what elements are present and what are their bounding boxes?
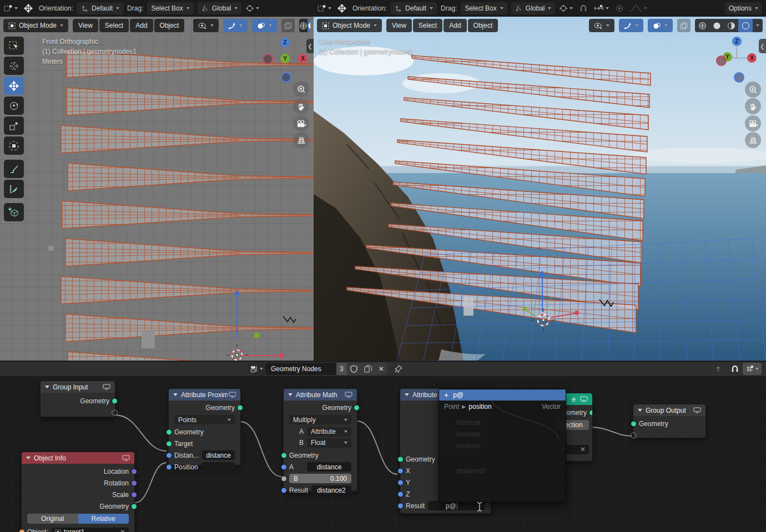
- socket-result-in[interactable]: [397, 503, 404, 509]
- new-datablock-icon[interactable]: [361, 363, 375, 375]
- ortho-toggle-gizmo[interactable]: [293, 132, 309, 148]
- mode-dropdown[interactable]: Object Mode: [3, 19, 68, 32]
- cursor-tool[interactable]: [4, 57, 24, 75]
- b-float-slider[interactable]: B0.100: [289, 474, 351, 483]
- axis-z-ball[interactable]: Z: [280, 38, 290, 47]
- select-box-tool[interactable]: [4, 37, 24, 55]
- shading-dropdown[interactable]: [753, 19, 763, 32]
- socket-z-in[interactable]: [397, 491, 404, 497]
- unlink-icon[interactable]: ✕: [375, 363, 387, 375]
- snap-magnet-icon[interactable]: [577, 2, 590, 14]
- socket-geometry-in[interactable]: [281, 452, 287, 458]
- axis-neg-z-ball[interactable]: [281, 72, 291, 83]
- socket-distance-in[interactable]: [166, 452, 172, 458]
- scale-tool[interactable]: [4, 116, 24, 135]
- axis-x-ball[interactable]: X: [298, 54, 308, 63]
- axis-x-ball[interactable]: X: [747, 53, 757, 63]
- distance-attr-field[interactable]: distance: [202, 450, 235, 460]
- falloff-curve-icon[interactable]: [630, 2, 647, 14]
- axis-neg-x-ball[interactable]: [263, 54, 273, 64]
- socket-position-in[interactable]: [166, 464, 172, 470]
- socket-virtual[interactable]: [631, 432, 637, 438]
- original-button[interactable]: Original: [27, 514, 78, 524]
- zoom-gizmo[interactable]: [745, 82, 761, 98]
- socket-geometry-out[interactable]: [354, 404, 360, 411]
- socket-vector-out[interactable]: [131, 492, 137, 498]
- shading-wireframe-icon[interactable]: [695, 19, 709, 32]
- snap-magnet-icon[interactable]: [728, 363, 742, 375]
- socket-geometry-in[interactable]: [631, 420, 637, 427]
- node-attribute-proximity[interactable]: Attribute Proximit Geometry Points Geome…: [168, 388, 241, 465]
- annotate-tool[interactable]: [4, 160, 24, 178]
- shading-material-icon[interactable]: [724, 19, 738, 32]
- fake-user-shield-icon[interactable]: [347, 363, 361, 375]
- move-tool-icon[interactable]: [22, 2, 35, 14]
- node-group-output[interactable]: Group Output Geometry: [633, 404, 706, 438]
- socket-geometry-out[interactable]: [112, 398, 118, 404]
- axis-y-ball[interactable]: Y: [280, 54, 290, 63]
- socket-virtual[interactable]: [112, 409, 118, 416]
- shading-rendered-icon[interactable]: [738, 19, 753, 32]
- overlays-dropdown[interactable]: [252, 19, 277, 32]
- clear-object-icon[interactable]: ✕: [580, 445, 586, 453]
- relative-button[interactable]: Relative: [78, 514, 129, 524]
- pivot-point-icon[interactable]: [245, 2, 259, 14]
- a-attr-field[interactable]: distance: [307, 462, 351, 472]
- transform-space-dropdown[interactable]: Global: [511, 2, 556, 14]
- socket-target-in[interactable]: [166, 440, 172, 447]
- move-tool-icon[interactable]: [335, 2, 349, 14]
- orientation-dropdown[interactable]: Default: [77, 2, 123, 14]
- node-canvas[interactable]: Group Input Geometry Object Info Locatio…: [0, 377, 766, 532]
- gizmo-dropdown[interactable]: [619, 19, 643, 32]
- zoom-gizmo[interactable]: [293, 81, 309, 97]
- orientation-dropdown[interactable]: Default: [391, 2, 437, 14]
- menu-object[interactable]: Object: [468, 19, 498, 32]
- node-attribute-math[interactable]: Attribute Math Geometry Multiply A Attri…: [283, 388, 357, 492]
- menu-select[interactable]: Select: [99, 19, 129, 32]
- node-object-info[interactable]: Object Info Location Rotation Scale Geom…: [21, 452, 135, 532]
- socket-a-in[interactable]: [281, 464, 287, 470]
- clear-object-icon[interactable]: ✕: [120, 528, 125, 532]
- menu-select[interactable]: Select: [413, 19, 442, 32]
- visibility-dropdown[interactable]: [193, 19, 219, 32]
- go-parent-tree-icon[interactable]: [712, 363, 725, 375]
- shading-wireframe-icon[interactable]: [299, 19, 308, 32]
- transform-space-dropdown[interactable]: Global: [198, 2, 242, 14]
- socket-vector-out[interactable]: [131, 468, 137, 474]
- tree-name-field[interactable]: Geometry Nodes: [265, 363, 336, 375]
- datablock-browse-dropdown[interactable]: [248, 363, 265, 375]
- socket-geometry-in[interactable]: [166, 429, 172, 435]
- socket-object-in[interactable]: [19, 529, 25, 532]
- viewport-right[interactable]: Object Mode View Select Add Object User …: [314, 17, 766, 361]
- active-tool-icon[interactable]: [4, 2, 18, 14]
- sidebar-collapse-chevron[interactable]: ❮: [306, 39, 314, 53]
- socket-result-in[interactable]: [281, 487, 287, 493]
- socket-geometry-out[interactable]: [589, 409, 593, 416]
- transform-tool[interactable]: [4, 136, 24, 155]
- position-attr-field[interactable]: [201, 462, 235, 472]
- shading-solid-icon[interactable]: [709, 19, 724, 32]
- menu-view[interactable]: View: [73, 19, 98, 32]
- pivot-point-icon[interactable]: [559, 2, 573, 14]
- target-mode-dropdown[interactable]: Points: [174, 415, 235, 424]
- socket-vector-out[interactable]: [131, 480, 137, 486]
- visibility-dropdown[interactable]: [589, 19, 614, 32]
- node-group-input[interactable]: Group Input Geometry: [40, 381, 115, 417]
- pan-gizmo[interactable]: [293, 98, 309, 114]
- a-type-dropdown[interactable]: Attribute: [307, 427, 351, 437]
- camera-gizmo[interactable]: [293, 115, 309, 131]
- drag-dropdown[interactable]: Select Box: [461, 2, 507, 14]
- xray-toggle-icon[interactable]: [281, 19, 295, 32]
- active-tool-icon[interactable]: [318, 2, 331, 14]
- socket-b-in[interactable]: [281, 475, 287, 482]
- menu-object[interactable]: Object: [154, 19, 185, 32]
- users-count-button[interactable]: 3: [336, 363, 347, 375]
- socket-geometry-out[interactable]: [131, 503, 137, 509]
- snap-target-icon[interactable]: [594, 2, 609, 14]
- overlays-dropdown[interactable]: [648, 19, 673, 32]
- axis-neg-z-ball[interactable]: [734, 72, 744, 83]
- axis-z-ball[interactable]: Z: [732, 37, 742, 46]
- object-field[interactable]: target1 ✕: [52, 528, 129, 532]
- measure-tool[interactable]: [4, 180, 24, 198]
- socket-geometry-in[interactable]: [397, 456, 404, 462]
